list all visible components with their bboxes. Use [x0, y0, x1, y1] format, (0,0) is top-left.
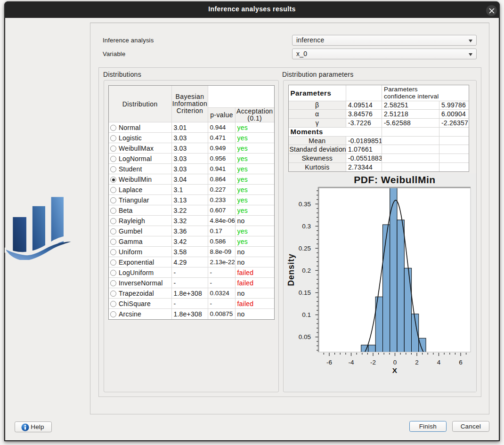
svg-text:0.05: 0.05 [299, 333, 311, 340]
svg-text:Density: Density [286, 254, 296, 286]
svg-text:6: 6 [459, 359, 463, 366]
svg-text:0.1: 0.1 [302, 311, 311, 318]
svg-text:0.3: 0.3 [302, 223, 311, 230]
svg-text:PDF: WeibullMin: PDF: WeibullMin [354, 174, 436, 185]
svg-text:0.2: 0.2 [302, 267, 311, 274]
svg-text:-4: -4 [348, 359, 354, 366]
svg-text:2: 2 [415, 359, 419, 366]
svg-text:-2: -2 [370, 359, 376, 366]
svg-text:X: X [392, 366, 398, 374]
svg-text:4: 4 [437, 359, 441, 366]
svg-text:0: 0 [393, 359, 397, 366]
svg-text:-6: -6 [326, 359, 332, 366]
svg-text:0.25: 0.25 [299, 245, 311, 252]
svg-text:0.35: 0.35 [299, 201, 311, 208]
svg-text:0.15: 0.15 [299, 289, 311, 296]
